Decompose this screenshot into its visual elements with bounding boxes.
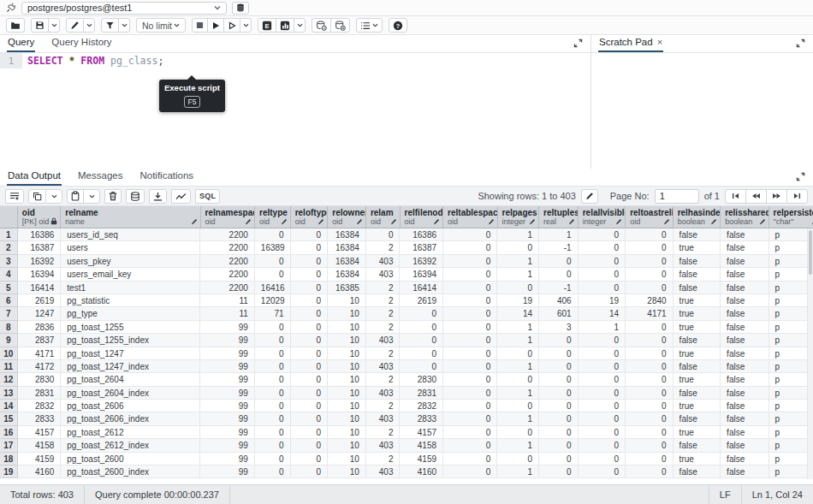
- grid-cell-relisshared[interactable]: false: [721, 294, 768, 307]
- grid-cell-relfilenode[interactable]: 0: [400, 307, 443, 320]
- grid-cell-reltype[interactable]: 0: [255, 347, 291, 360]
- grid-cell-relname[interactable]: pg_toast_2612_index: [61, 439, 200, 452]
- grid-cell-reltablespace[interactable]: 0: [443, 334, 497, 347]
- grid-cell-oid[interactable]: 4159: [18, 453, 62, 465]
- grid-cell-reltype[interactable]: 12029: [255, 294, 291, 307]
- grid-cell-relfilenode[interactable]: 16414: [400, 282, 443, 294]
- grid-cell-reltoastrelid[interactable]: 0: [626, 373, 674, 386]
- grid-cell-oid[interactable]: 2832: [18, 400, 62, 412]
- grid-cell-relnamespace[interactable]: 99: [200, 334, 254, 347]
- grid-cell-relallvisible[interactable]: 0: [579, 373, 626, 386]
- grid-cell-relam[interactable]: 2: [366, 426, 401, 439]
- grid-cell-relowner[interactable]: 16385: [328, 282, 366, 294]
- grid-cell-relnamespace[interactable]: 99: [200, 387, 254, 400]
- connection-select[interactable]: postgres/postgres@test1: [21, 2, 227, 15]
- grid-cell-reltype[interactable]: 0: [255, 255, 291, 268]
- grid-cell-relallvisible[interactable]: 0: [579, 387, 626, 400]
- grid-cell-relhasindex[interactable]: false: [674, 268, 721, 281]
- grid-cell-relname[interactable]: pg_toast_1247_index: [61, 360, 200, 373]
- grid-cell-relhasindex[interactable]: true: [674, 400, 721, 412]
- grid-cell-reltoastrelid[interactable]: 0: [626, 453, 674, 465]
- grid-cell-relfilenode[interactable]: 16386: [400, 228, 443, 241]
- grid-cell-reltype[interactable]: 0: [255, 453, 291, 465]
- open-file-button[interactable]: [6, 18, 25, 33]
- grid-cell-relname[interactable]: pg_toast_2604: [61, 373, 200, 386]
- grid-cell-reltoastrelid[interactable]: 0: [626, 334, 674, 347]
- column-header-relam[interactable]: relamoid: [366, 206, 401, 228]
- grid-cell-oid[interactable]: 2830: [18, 373, 62, 386]
- grid-cell-relowner[interactable]: 10: [328, 321, 366, 334]
- grid-cell-relpages[interactable]: 1: [497, 268, 539, 281]
- grid-cell-relam[interactable]: 403: [366, 255, 401, 268]
- grid-cell-relisshared[interactable]: false: [721, 268, 768, 281]
- grid-cell-reltype[interactable]: 0: [255, 360, 291, 373]
- explain-button[interactable]: E: [258, 18, 276, 33]
- grid-cell-relowner[interactable]: 10: [328, 334, 366, 347]
- grid-cell-reltuples[interactable]: 0: [539, 412, 579, 425]
- expand-icon[interactable]: [796, 172, 805, 181]
- rollback-button[interactable]: [330, 18, 350, 33]
- grid-cell-relhasindex[interactable]: false: [674, 228, 721, 241]
- grid-cell-relname[interactable]: pg_toast_2604_index: [61, 387, 200, 400]
- grid-cell-reloftype[interactable]: 0: [291, 426, 329, 439]
- grid-cell-oid[interactable]: 16386: [18, 228, 62, 241]
- tab-scratch-pad[interactable]: Scratch Pad×: [598, 34, 663, 52]
- grid-cell-relowner[interactable]: 10: [328, 412, 366, 425]
- grid-cell-reltuples[interactable]: 0: [539, 268, 579, 281]
- grid-cell-oid[interactable]: 4157: [18, 426, 62, 439]
- grid-cell-relname[interactable]: pg_type: [61, 307, 200, 320]
- grid-cell-reltuples[interactable]: 3: [539, 321, 579, 334]
- grid-cell-relhasindex[interactable]: true: [674, 453, 721, 465]
- grid-cell-relfilenode[interactable]: 2831: [400, 387, 443, 400]
- grid-cell-relpages[interactable]: 0: [497, 400, 539, 412]
- grid-cell-reltuples[interactable]: 0: [539, 465, 579, 478]
- grid-cell-relfilenode[interactable]: 2619: [400, 294, 443, 307]
- row-number[interactable]: 12: [0, 373, 18, 386]
- grid-cell-relfilenode[interactable]: 0: [400, 360, 443, 373]
- next-page-button[interactable]: [766, 189, 787, 204]
- explain-dropdown-button[interactable]: [294, 18, 306, 33]
- grid-cell-relallvisible[interactable]: 0: [579, 347, 626, 360]
- grid-cell-reltuples[interactable]: 0: [539, 387, 579, 400]
- grid-cell-reltablespace[interactable]: 0: [443, 307, 497, 320]
- graph-button[interactable]: [171, 189, 191, 204]
- grid-cell-relfilenode[interactable]: 4157: [400, 426, 443, 439]
- grid-cell-relfilenode[interactable]: 4158: [400, 439, 443, 452]
- row-number[interactable]: 18: [0, 453, 18, 465]
- grid-cell-relhasindex[interactable]: false: [674, 412, 721, 425]
- grid-cell-relname[interactable]: pg_toast_2606: [61, 400, 200, 412]
- grid-cell-relallvisible[interactable]: 19: [579, 294, 626, 307]
- row-number[interactable]: 5: [0, 282, 18, 294]
- grid-cell-reltype[interactable]: 0: [255, 268, 291, 281]
- explain-analyze-button[interactable]: [276, 18, 294, 33]
- sql-button[interactable]: SQL: [195, 189, 220, 204]
- grid-cell-relallvisible[interactable]: 1: [579, 321, 626, 334]
- grid-cell-relnamespace[interactable]: 2200: [200, 282, 254, 294]
- grid-cell-relisshared[interactable]: false: [721, 360, 768, 373]
- grid-cell-relfilenode[interactable]: 0: [400, 347, 443, 360]
- grid-cell-relowner[interactable]: 16384: [328, 241, 366, 254]
- grid-cell-relam[interactable]: 403: [366, 412, 401, 425]
- grid-cell-relisshared[interactable]: false: [721, 373, 768, 386]
- grid-cell-reltype[interactable]: 0: [255, 439, 291, 452]
- column-header-oid[interactable]: oid[PK] oid: [18, 206, 62, 228]
- grid-cell-relisshared[interactable]: false: [721, 426, 768, 439]
- grid-cell-reltoastrelid[interactable]: 0: [626, 400, 674, 412]
- copy-button[interactable]: [28, 189, 46, 204]
- edit-options-button[interactable]: [83, 18, 95, 33]
- grid-cell-relfilenode[interactable]: 16392: [400, 255, 443, 268]
- grid-cell-relname[interactable]: pg_toast_2600: [61, 453, 200, 465]
- grid-cell-relname[interactable]: pg_toast_2600_index: [61, 465, 200, 478]
- row-number[interactable]: 10: [0, 347, 18, 360]
- first-page-button[interactable]: [725, 189, 746, 204]
- grid-cell-relam[interactable]: 403: [366, 334, 401, 347]
- grid-cell-relpages[interactable]: 14: [497, 307, 539, 320]
- column-header-relowner[interactable]: relowneroid: [328, 206, 366, 228]
- grid-cell-reltablespace[interactable]: 0: [443, 228, 497, 241]
- grid-cell-relhasindex[interactable]: false: [674, 255, 721, 268]
- grid-cell-relfilenode[interactable]: 0: [400, 334, 443, 347]
- grid-cell-relhasindex[interactable]: true: [674, 347, 721, 360]
- grid-cell-relhasindex[interactable]: false: [674, 465, 721, 478]
- grid-cell-relisshared[interactable]: false: [721, 321, 768, 334]
- grid-cell-relisshared[interactable]: false: [721, 282, 768, 294]
